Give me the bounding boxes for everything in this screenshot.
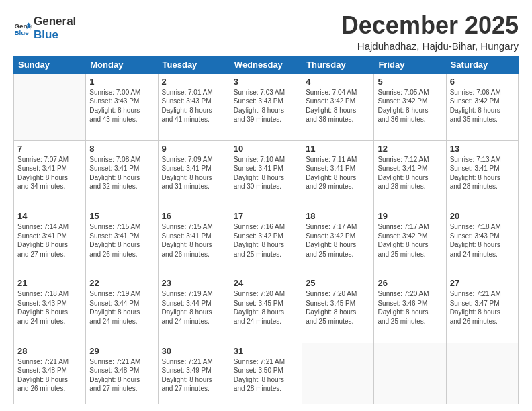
calendar-cell: 24Sunrise: 7:20 AM Sunset: 3:45 PM Dayli… — [230, 275, 302, 342]
weekday-header-thursday: Thursday — [302, 56, 374, 73]
day-number: 11 — [306, 144, 370, 154]
location-title: Hajduhadhaz, Hajdu-Bihar, Hungary — [341, 40, 519, 52]
calendar-week-2: 7Sunrise: 7:07 AM Sunset: 3:41 PM Daylig… — [14, 140, 519, 208]
day-number: 18 — [306, 211, 370, 221]
logo: General Blue General Blue — [13, 15, 76, 41]
calendar-cell: 4Sunrise: 7:04 AM Sunset: 3:42 PM Daylig… — [302, 73, 374, 140]
calendar-cell: 13Sunrise: 7:13 AM Sunset: 3:41 PM Dayli… — [446, 140, 518, 208]
weekday-header-tuesday: Tuesday — [158, 56, 230, 73]
cell-details: Sunrise: 7:17 AM Sunset: 3:42 PM Dayligh… — [306, 222, 370, 259]
calendar-cell: 27Sunrise: 7:21 AM Sunset: 3:47 PM Dayli… — [446, 275, 518, 342]
calendar-cell: 19Sunrise: 7:17 AM Sunset: 3:42 PM Dayli… — [374, 208, 446, 275]
calendar-cell: 22Sunrise: 7:19 AM Sunset: 3:44 PM Dayli… — [86, 275, 158, 342]
logo-blue: Blue — [34, 28, 76, 42]
calendar-cell: 2Sunrise: 7:01 AM Sunset: 3:43 PM Daylig… — [158, 73, 230, 140]
calendar-cell: 1Sunrise: 7:00 AM Sunset: 3:43 PM Daylig… — [86, 73, 158, 140]
day-number: 14 — [17, 211, 82, 221]
day-number: 16 — [162, 211, 226, 221]
cell-details: Sunrise: 7:07 AM Sunset: 3:41 PM Dayligh… — [17, 155, 82, 191]
cell-details: Sunrise: 7:09 AM Sunset: 3:41 PM Dayligh… — [162, 155, 226, 191]
day-number: 2 — [162, 77, 226, 87]
cell-details: Sunrise: 7:01 AM Sunset: 3:43 PM Dayligh… — [162, 88, 226, 124]
calendar-cell: 18Sunrise: 7:17 AM Sunset: 3:42 PM Dayli… — [302, 208, 374, 275]
day-number: 26 — [378, 278, 442, 288]
header: General Blue General Blue December 2025 … — [13, 12, 519, 52]
day-number: 20 — [450, 211, 515, 221]
logo-icon: General Blue — [13, 19, 32, 38]
day-number: 13 — [450, 144, 515, 154]
calendar-cell: 15Sunrise: 7:15 AM Sunset: 3:41 PM Dayli… — [86, 208, 158, 275]
cell-details: Sunrise: 7:21 AM Sunset: 3:48 PM Dayligh… — [17, 357, 82, 394]
cell-details: Sunrise: 7:18 AM Sunset: 3:43 PM Dayligh… — [450, 222, 515, 259]
cell-details: Sunrise: 7:19 AM Sunset: 3:44 PM Dayligh… — [162, 289, 226, 326]
day-number: 12 — [378, 144, 442, 154]
cell-details: Sunrise: 7:17 AM Sunset: 3:42 PM Dayligh… — [378, 222, 442, 259]
cell-details: Sunrise: 7:06 AM Sunset: 3:42 PM Dayligh… — [450, 88, 515, 124]
month-title: December 2025 — [341, 12, 519, 39]
weekday-header-monday: Monday — [86, 56, 158, 73]
cell-details: Sunrise: 7:18 AM Sunset: 3:43 PM Dayligh… — [17, 289, 82, 326]
day-number: 30 — [162, 346, 226, 356]
calendar-table: SundayMondayTuesdayWednesdayThursdayFrid… — [13, 56, 519, 404]
calendar-cell: 30Sunrise: 7:21 AM Sunset: 3:49 PM Dayli… — [158, 342, 230, 404]
day-number: 23 — [162, 278, 226, 288]
calendar-cell: 21Sunrise: 7:18 AM Sunset: 3:43 PM Dayli… — [14, 275, 86, 342]
day-number: 4 — [306, 77, 370, 87]
cell-details: Sunrise: 7:14 AM Sunset: 3:41 PM Dayligh… — [17, 222, 82, 259]
calendar-week-3: 14Sunrise: 7:14 AM Sunset: 3:41 PM Dayli… — [14, 208, 519, 275]
cell-details: Sunrise: 7:03 AM Sunset: 3:43 PM Dayligh… — [234, 88, 298, 124]
cell-details: Sunrise: 7:08 AM Sunset: 3:41 PM Dayligh… — [89, 155, 154, 191]
cell-details: Sunrise: 7:19 AM Sunset: 3:44 PM Dayligh… — [89, 289, 154, 326]
calendar-cell: 11Sunrise: 7:11 AM Sunset: 3:41 PM Dayli… — [302, 140, 374, 208]
calendar-header-row: SundayMondayTuesdayWednesdayThursdayFrid… — [14, 56, 519, 73]
weekday-header-saturday: Saturday — [446, 56, 518, 73]
cell-details: Sunrise: 7:21 AM Sunset: 3:50 PM Dayligh… — [234, 357, 298, 394]
calendar-cell: 29Sunrise: 7:21 AM Sunset: 3:48 PM Dayli… — [86, 342, 158, 404]
calendar-cell — [374, 342, 446, 404]
calendar-cell: 10Sunrise: 7:10 AM Sunset: 3:41 PM Dayli… — [230, 140, 302, 208]
calendar-cell: 9Sunrise: 7:09 AM Sunset: 3:41 PM Daylig… — [158, 140, 230, 208]
day-number: 19 — [378, 211, 442, 221]
calendar-cell: 3Sunrise: 7:03 AM Sunset: 3:43 PM Daylig… — [230, 73, 302, 140]
calendar-cell: 7Sunrise: 7:07 AM Sunset: 3:41 PM Daylig… — [14, 140, 86, 208]
calendar-cell: 28Sunrise: 7:21 AM Sunset: 3:48 PM Dayli… — [14, 342, 86, 404]
svg-text:Blue: Blue — [14, 28, 29, 36]
cell-details: Sunrise: 7:04 AM Sunset: 3:42 PM Dayligh… — [306, 88, 370, 124]
day-number: 10 — [234, 144, 298, 154]
cell-details: Sunrise: 7:15 AM Sunset: 3:41 PM Dayligh… — [162, 222, 226, 259]
calendar-cell: 12Sunrise: 7:12 AM Sunset: 3:41 PM Dayli… — [374, 140, 446, 208]
day-number: 31 — [234, 346, 298, 356]
calendar-cell: 26Sunrise: 7:20 AM Sunset: 3:46 PM Dayli… — [374, 275, 446, 342]
day-number: 6 — [450, 77, 515, 87]
calendar-cell: 31Sunrise: 7:21 AM Sunset: 3:50 PM Dayli… — [230, 342, 302, 404]
calendar-cell: 25Sunrise: 7:20 AM Sunset: 3:45 PM Dayli… — [302, 275, 374, 342]
weekday-header-wednesday: Wednesday — [230, 56, 302, 73]
calendar-cell — [14, 73, 86, 140]
cell-details: Sunrise: 7:21 AM Sunset: 3:48 PM Dayligh… — [89, 357, 154, 394]
cell-details: Sunrise: 7:20 AM Sunset: 3:46 PM Dayligh… — [378, 289, 442, 326]
cell-details: Sunrise: 7:13 AM Sunset: 3:41 PM Dayligh… — [450, 155, 515, 191]
day-number: 9 — [162, 144, 226, 154]
calendar-week-5: 28Sunrise: 7:21 AM Sunset: 3:48 PM Dayli… — [14, 342, 519, 404]
calendar-cell — [302, 342, 374, 404]
calendar-cell: 16Sunrise: 7:15 AM Sunset: 3:41 PM Dayli… — [158, 208, 230, 275]
day-number: 28 — [17, 346, 82, 356]
title-block: December 2025 Hajduhadhaz, Hajdu-Bihar, … — [341, 12, 519, 52]
day-number: 5 — [378, 77, 442, 87]
cell-details: Sunrise: 7:05 AM Sunset: 3:42 PM Dayligh… — [378, 88, 442, 124]
day-number: 21 — [17, 278, 82, 288]
day-number: 22 — [89, 278, 154, 288]
cell-details: Sunrise: 7:20 AM Sunset: 3:45 PM Dayligh… — [306, 289, 370, 326]
weekday-header-friday: Friday — [374, 56, 446, 73]
day-number: 17 — [234, 211, 298, 221]
day-number: 1 — [89, 77, 154, 87]
day-number: 3 — [234, 77, 298, 87]
day-number: 8 — [89, 144, 154, 154]
cell-details: Sunrise: 7:15 AM Sunset: 3:41 PM Dayligh… — [89, 222, 154, 259]
calendar-cell: 20Sunrise: 7:18 AM Sunset: 3:43 PM Dayli… — [446, 208, 518, 275]
cell-details: Sunrise: 7:21 AM Sunset: 3:47 PM Dayligh… — [450, 289, 515, 326]
calendar-week-4: 21Sunrise: 7:18 AM Sunset: 3:43 PM Dayli… — [14, 275, 519, 342]
calendar-cell: 14Sunrise: 7:14 AM Sunset: 3:41 PM Dayli… — [14, 208, 86, 275]
cell-details: Sunrise: 7:20 AM Sunset: 3:45 PM Dayligh… — [234, 289, 298, 326]
calendar-cell: 17Sunrise: 7:16 AM Sunset: 3:42 PM Dayli… — [230, 208, 302, 275]
